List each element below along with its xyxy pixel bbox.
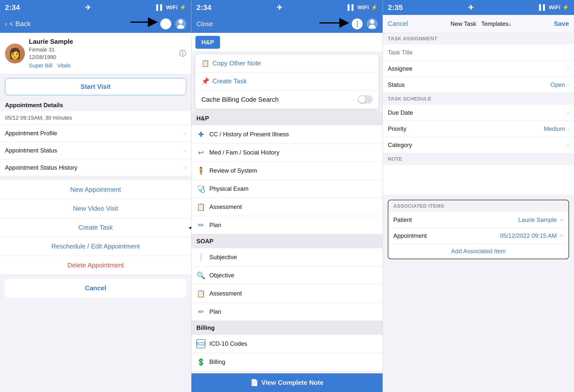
due-date-label: Due Date [388, 109, 413, 116]
create-task-button-1[interactable]: Create Task [0, 218, 191, 237]
delete-appointment-button[interactable]: Delete Appointment [0, 256, 191, 275]
task-form-content: TASK ASSIGNMENT Assignee › Status Open ›… [383, 33, 574, 392]
arrow-svg [130, 17, 160, 27]
dropdown-menu: 📋 Copy Other Note 📌 Create Task Cache Bi… [195, 54, 379, 109]
note-content: H&P ✚ CC / History of Present Illness ↩ … [191, 111, 383, 373]
tab-bar: H&P [191, 33, 383, 52]
cancel-button-3[interactable]: Cancel [388, 20, 408, 28]
assignee-label: Assignee [388, 65, 412, 72]
cc-history-item[interactable]: ✚ CC / History of Present Illness [191, 125, 383, 144]
battery-icon-3: ⚡ [562, 4, 569, 11]
clipboard-icon-2: 📋 [196, 289, 205, 298]
appointment-assoc-row: Appointment 05/12/2022 09:15 AM × [388, 228, 569, 244]
assessment-label-hp: Assessment [209, 203, 242, 210]
location-icon: 📌 [201, 77, 209, 85]
hp-tab[interactable]: H&P [195, 36, 220, 49]
appointment-status-history-item[interactable]: Appointment Status History › [0, 159, 191, 176]
icd10-item[interactable]: ICD ICD-10 Codes [191, 335, 383, 353]
assessment-item-hp[interactable]: 📋 Assessment [191, 198, 383, 216]
action-buttons-container: New Appointment New Video Visit Create T… [0, 180, 191, 275]
med-fam-history-item[interactable]: ↩ Med / Fam / Social History [191, 144, 383, 162]
copy-other-note-item[interactable]: 📋 Copy Other Note [195, 54, 379, 72]
physical-exam-item[interactable]: 🩺 Physical Exam [191, 180, 383, 198]
task-title-input[interactable] [388, 49, 569, 56]
panel-1-appointment: 2:34 ✈ ▌▌ WiFi ⚡ ‹ < Back [0, 0, 191, 392]
create-task-dropdown-item[interactable]: 📌 Create Task [195, 72, 379, 90]
category-field[interactable]: Category › [383, 137, 574, 153]
wifi-icon: WiFi [166, 4, 177, 11]
appointment-profile-item[interactable]: Appointment Profile › [0, 125, 191, 142]
vitals-link[interactable]: Vitals [57, 62, 70, 69]
new-task-button[interactable]: New Task [451, 20, 476, 27]
plan-label-soap: Plan [209, 308, 221, 315]
nav-indicator-2: ✈ [277, 3, 282, 12]
create-task-row: Create Task [5, 224, 186, 231]
due-date-chevron: › [567, 109, 569, 116]
assessment-label-soap: Assessment [209, 290, 242, 297]
chevron-icon: › [184, 130, 186, 137]
cancel-button-1[interactable]: Cancel [5, 279, 186, 297]
stethoscope-icon: 🩺 [196, 184, 205, 193]
task-title-field[interactable] [383, 45, 574, 61]
new-appointment-button[interactable]: New Appointment [0, 180, 191, 199]
appointment-remove-button[interactable]: × [560, 232, 564, 240]
nav-right-2 [352, 18, 378, 29]
cache-billing-item[interactable]: Cache Billing Code Search [195, 90, 379, 109]
task-schedule-header: TASK SCHEDULE [383, 93, 574, 105]
physical-exam-label: Physical Exam [209, 185, 248, 192]
note-field-content[interactable] [383, 165, 574, 195]
three-dots-icon-2 [357, 21, 358, 27]
appointment-status-item[interactable]: Appointment Status › [0, 142, 191, 159]
nav-right-1 [160, 18, 186, 29]
info-button[interactable] [160, 18, 171, 29]
close-button[interactable]: Close [196, 18, 213, 29]
patient-info-icon[interactable]: ⓘ [179, 49, 186, 58]
objective-item[interactable]: 🔍 Objective [191, 266, 383, 285]
templates-button[interactable]: Templates↓ [481, 20, 511, 27]
review-system-item[interactable]: 🧍 Review of System [191, 162, 383, 180]
reschedule-edit-button[interactable]: Reschedule / Edit Appointment [0, 237, 191, 256]
assessment-item-soap[interactable]: 📋 Assessment [191, 285, 383, 303]
start-visit-button[interactable]: Start Visit [5, 78, 186, 95]
priority-value: Medium [544, 125, 565, 132]
avatar: 👩 [5, 44, 25, 63]
super-bill-link[interactable]: Super Bill [29, 62, 52, 69]
status-field[interactable]: Status Open › [383, 77, 574, 93]
patient-details: Laurie Sample Female 31 12/08/1990 Super… [29, 38, 73, 69]
plan-label-hp: Plan [209, 222, 221, 229]
due-date-field[interactable]: Due Date › [383, 105, 574, 121]
person-list-button[interactable] [175, 18, 186, 29]
three-dots-icon [165, 21, 167, 27]
add-associated-item-button[interactable]: Add Associated Item [388, 244, 569, 259]
billing-item[interactable]: 💲 Billing [191, 353, 383, 371]
new-video-visit-button[interactable]: New Video Visit [0, 199, 191, 218]
three-dots-button-2[interactable] [352, 18, 363, 29]
copy-icon: 📋 [201, 59, 209, 67]
priority-field[interactable]: Priority Medium › [383, 121, 574, 137]
assignee-chevron: › [567, 65, 569, 72]
subjective-item[interactable]: ❕ Subjective [191, 248, 383, 266]
search-icon: 🔍 [196, 271, 205, 280]
nav-bar-3: Cancel New Task Templates↓ Save [383, 15, 574, 33]
plus-circle-icon: ✚ [196, 130, 205, 139]
arrow-dots-svg [319, 18, 352, 28]
save-button[interactable]: Save [554, 20, 569, 28]
toggle-switch[interactable] [358, 95, 373, 104]
person-list-button-2[interactable] [367, 18, 378, 29]
person-icon-note: 🧍 [196, 166, 205, 175]
patient-name: Laurie Sample [29, 38, 73, 46]
plan-item-soap[interactable]: ✏ Plan [191, 303, 383, 321]
wifi-icon-2: WiFi [357, 4, 369, 11]
view-complete-note-button[interactable]: 📄 View Complete Note [191, 373, 383, 392]
plan-item-hp[interactable]: ✏ Plan [191, 216, 383, 234]
status-label: Status [388, 81, 405, 88]
icd-icon: ICD [196, 339, 205, 348]
patient-assoc-right: Laurie Sample × [518, 216, 564, 224]
priority-right: Medium › [544, 125, 569, 132]
patient-remove-button[interactable]: × [560, 216, 564, 224]
back-nav[interactable]: ‹ < Back [5, 20, 31, 28]
appointment-date: 05/12 09:15AM, 30 minutes [0, 111, 191, 125]
assignee-field[interactable]: Assignee › [383, 61, 574, 77]
battery-icon: ⚡ [179, 4, 186, 11]
appointment-status-history-label: Appointment Status History [5, 164, 77, 171]
